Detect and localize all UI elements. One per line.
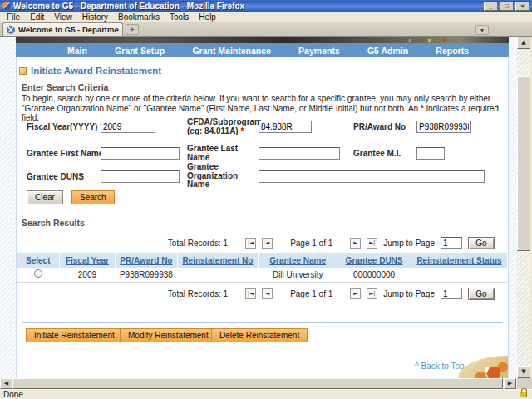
grantee-last-name-label: Grantee LastName	[187, 145, 264, 162]
grantee-mi-input[interactable]	[416, 147, 445, 160]
cell-grantee-duns: 000000000	[337, 268, 411, 282]
row-select-radio[interactable]	[34, 269, 42, 278]
g5-favicon-icon	[7, 26, 15, 34]
horizontal-scrollbar[interactable]: ◀ ▶	[0, 378, 517, 389]
prev-page-button[interactable]: ◄	[262, 288, 273, 299]
grantee-organization-name-label: GranteeOrganizationName	[187, 163, 264, 190]
menu-file[interactable]: File	[7, 12, 20, 22]
grantee-first-name-input[interactable]	[101, 147, 180, 160]
horizontal-scrollbar-thumb[interactable]	[12, 378, 503, 389]
last-page-button[interactable]: ►|	[367, 238, 377, 249]
clear-button[interactable]: Clear	[27, 190, 63, 204]
cfda-subprogram-label: CFDA/Subprogram(eg: 84.011A) *	[187, 118, 264, 135]
col-grantee-duns[interactable]: Grantee DUNS	[337, 253, 411, 268]
cell-pr-award-no: P938R099938	[116, 268, 177, 282]
col-fiscal-year[interactable]: Fiscal Year	[59, 253, 116, 268]
vertical-scrollbar[interactable]: ▲ ▼	[517, 37, 530, 378]
corner-artwork	[458, 356, 508, 378]
back-to-top-link[interactable]: ^ Back to Top	[415, 362, 465, 371]
nav-payments[interactable]: Payments	[298, 46, 340, 56]
grantee-duns-label: Grantee DUNS	[27, 173, 84, 182]
nav-g5-admin[interactable]: G5 Admin	[367, 46, 408, 56]
menu-help[interactable]: Help	[199, 12, 216, 22]
security-lock-icon	[520, 392, 527, 397]
pagination-top: Total Records: 1 |◄ ◄ Page 1 of 1 ► ►| J…	[168, 236, 495, 249]
menu-edit[interactable]: Edit	[30, 12, 44, 22]
jump-to-page-input[interactable]	[441, 237, 462, 249]
scroll-up-icon[interactable]: ▲	[517, 37, 530, 49]
last-page-button[interactable]: ►|	[367, 288, 377, 299]
results-header-row: Select Fiscal Year PR/Award No Reinstate…	[17, 253, 507, 268]
page-viewport: Main Grant Setup Grant Maintenance Payme…	[0, 37, 517, 378]
page-title-bullet-icon	[19, 67, 27, 75]
menu-bar: File Edit View History Bookmarks Tools H…	[0, 12, 532, 22]
tab-welcome-g5[interactable]: Welcome to G5 - Department of Edu...	[2, 22, 123, 36]
menu-tools[interactable]: Tools	[170, 12, 189, 22]
col-select: Select	[17, 253, 59, 268]
delete-reinstatement-button[interactable]: Delete Reinstatement	[211, 328, 308, 342]
grantee-last-name-input[interactable]	[259, 147, 340, 160]
grantee-duns-input[interactable]	[101, 170, 180, 183]
browser-window: Welcome to G5 - Department of Education …	[0, 0, 532, 399]
cell-reinstatement-status	[411, 268, 507, 282]
nav-main[interactable]: Main	[67, 46, 87, 56]
new-tab-button[interactable]: +	[126, 24, 139, 35]
page-title: Initiate Award Reinstatement	[31, 66, 161, 76]
first-page-button[interactable]: |◄	[245, 288, 256, 299]
cell-reinstatement-no	[177, 268, 259, 282]
list-tabs-button[interactable]: ▾	[475, 25, 489, 35]
fiscal-year-input[interactable]	[101, 121, 155, 133]
total-records-label: Total Records: 1	[168, 289, 228, 298]
table-row: 2009 P938R099938 Dill University 0000000…	[17, 268, 507, 282]
window-title: Welcome to G5 - Department of Education …	[13, 2, 484, 11]
jump-to-page-input[interactable]	[441, 288, 462, 299]
col-pr-award-no[interactable]: PR/Award No	[116, 253, 177, 268]
page-indicator: Page 1 of 1	[290, 289, 332, 298]
pr-award-no-label: PR/Award No	[353, 123, 406, 132]
grantee-organization-name-input[interactable]	[259, 170, 485, 183]
col-reinstatement-no[interactable]: Reinstatement No	[177, 253, 259, 268]
nav-reports[interactable]: Reports	[436, 46, 469, 56]
search-criteria-heading: Enter Search Criteria	[22, 82, 108, 92]
go-button[interactable]: Go	[468, 288, 495, 300]
prev-page-button[interactable]: ◄	[262, 238, 273, 249]
search-button[interactable]: Search	[71, 190, 115, 204]
total-records-label: Total Records: 1	[168, 239, 228, 248]
pagination-bottom: Total Records: 1 |◄ ◄ Page 1 of 1 ► ►| J…	[168, 287, 495, 300]
next-page-button[interactable]: ►	[350, 238, 361, 249]
scroll-left-icon[interactable]: ◀	[0, 378, 12, 389]
cell-grantee-name: Dill University	[259, 268, 337, 282]
scroll-right-icon[interactable]: ▶	[504, 378, 516, 389]
tab-bar: Welcome to G5 - Department of Edu... + ▾	[0, 22, 532, 37]
page-indicator: Page 1 of 1	[290, 239, 332, 248]
jump-to-page-label: Jump to Page	[383, 239, 435, 248]
nav-grant-setup[interactable]: Grant Setup	[115, 46, 165, 56]
menu-history[interactable]: History	[82, 12, 108, 22]
scroll-down-icon[interactable]: ▼	[517, 366, 530, 378]
minimize-button[interactable]: _	[484, 2, 498, 11]
cfda-subprogram-input[interactable]	[259, 121, 312, 133]
page-content: Initiate Award Reinstatement Enter Searc…	[16, 57, 509, 378]
results-table: Select Fiscal Year PR/Award No Reinstate…	[17, 253, 507, 283]
firefox-icon	[2, 2, 11, 10]
search-results-heading: Search Results	[22, 218, 85, 228]
vertical-scrollbar-thumb[interactable]	[517, 76, 530, 251]
restore-button[interactable]: □	[500, 2, 514, 11]
section-divider	[22, 322, 503, 323]
menu-bookmarks[interactable]: Bookmarks	[118, 12, 160, 22]
close-button[interactable]: ×	[515, 2, 530, 11]
primary-nav: Main Grant Setup Grant Maintenance Payme…	[16, 43, 509, 57]
go-button[interactable]: Go	[468, 237, 495, 249]
fiscal-year-label: Fiscal Year(YYYY) *	[27, 123, 103, 132]
col-grantee-name[interactable]: Grantee Name	[259, 253, 337, 268]
tab-title: Welcome to G5 - Department of Edu...	[18, 25, 119, 34]
nav-grant-maintenance[interactable]: Grant Maintenance	[192, 46, 271, 56]
col-reinstatement-status[interactable]: Reinstatement Status	[411, 253, 507, 268]
next-page-button[interactable]: ►	[350, 288, 361, 299]
pr-award-no-input[interactable]	[416, 121, 471, 133]
first-page-button[interactable]: |◄	[245, 238, 256, 249]
menu-view[interactable]: View	[54, 12, 72, 22]
modify-reinstatement-button[interactable]: Modify Reinstatement	[120, 328, 217, 342]
window-titlebar: Welcome to G5 - Department of Education …	[0, 0, 532, 12]
initiate-reinstatement-button[interactable]: Initiate Reinstatement	[26, 328, 123, 342]
